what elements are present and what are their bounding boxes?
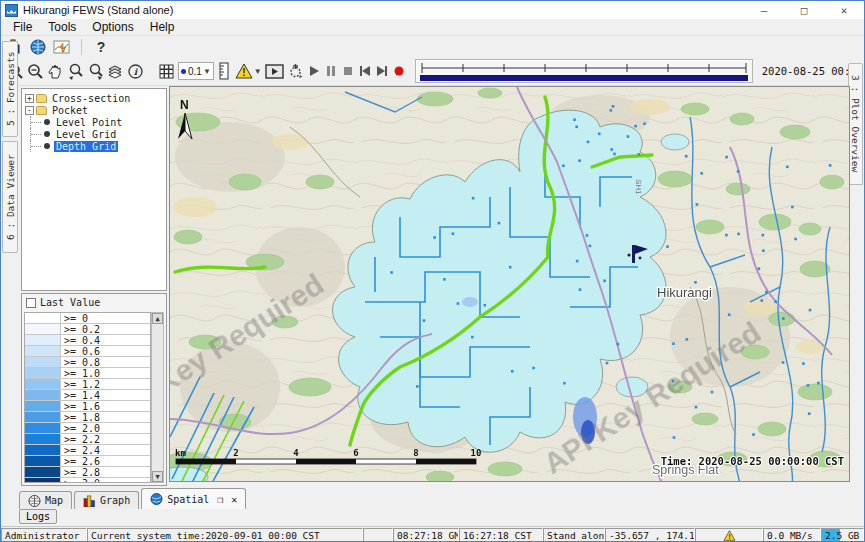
skip-to-start-icon[interactable] (358, 61, 372, 82)
chevron-down-icon: ▼ (203, 67, 211, 76)
legend-color-swatch (25, 324, 61, 334)
thresholds-dropdown[interactable]: ! ▼ (235, 61, 262, 82)
menu-tools[interactable]: Tools (41, 19, 83, 35)
zoom-next-icon[interactable] (87, 61, 104, 82)
tree-item-label[interactable]: Cross-section (50, 93, 132, 104)
legend-color-swatch (25, 401, 61, 411)
scroll-up-icon[interactable]: ▲ (152, 313, 163, 324)
legend-row[interactable]: >= 2.6 (25, 456, 150, 467)
legend-value-label: >= 0.6 (61, 346, 100, 356)
legend-color-swatch (25, 390, 61, 400)
tree-item-label-selected[interactable]: Depth Grid (54, 141, 118, 152)
legend-row[interactable]: >= 1.6 (25, 401, 150, 412)
time-slider[interactable] (415, 59, 753, 83)
legend-value-label: >= 0 (61, 313, 88, 323)
map-canvas[interactable]: API Key Required API Key Required Hikura… (170, 87, 850, 482)
movie-export-icon[interactable] (265, 61, 284, 82)
layers-icon[interactable] (107, 61, 124, 82)
legend-row[interactable]: >= 1.0 (25, 368, 150, 379)
legend-row[interactable]: >= 0.4 (25, 335, 150, 346)
svg-text:4: 4 (293, 448, 299, 458)
tab-forecasts[interactable]: 5 : Forecasts (2, 41, 18, 137)
display-tabs: Map Graph Spatial ❐ ✕ (19, 488, 246, 509)
legend-color-swatch (25, 313, 61, 323)
last-value-checkbox[interactable] (26, 298, 36, 308)
svg-text:6: 6 (353, 448, 358, 458)
zoom-out-icon[interactable] (27, 61, 44, 82)
legend-value-label: >= 2.4 (61, 445, 100, 455)
collapse-icon[interactable]: - (25, 106, 34, 115)
memory-text: 2.5 GB (825, 530, 859, 541)
animate-icon[interactable] (287, 61, 304, 82)
pan-icon[interactable] (47, 61, 64, 82)
logs-button[interactable]: Logs (19, 509, 57, 524)
tab-plot-overview-label: 3 : Plot Overview (850, 75, 861, 172)
tree-item-cross-section[interactable]: + Cross-section (25, 92, 166, 104)
legend-row[interactable]: >= 1.2 (25, 379, 150, 390)
legend-color-swatch (25, 445, 61, 455)
menu-help[interactable]: Help (143, 19, 182, 35)
tree-item-pocket[interactable]: - Pocket (25, 104, 166, 116)
tab-graph[interactable]: Graph (74, 491, 139, 509)
close-button[interactable]: ✕ (824, 1, 864, 19)
legend-row[interactable]: >= 0.6 (25, 346, 150, 357)
grid-display-icon[interactable] (158, 61, 175, 82)
legend-row[interactable]: >= 2.2 (25, 434, 150, 445)
legend-scrollbar[interactable]: ▲ ▼ (151, 312, 164, 483)
tab-close-icon[interactable]: ✕ (231, 494, 237, 505)
legend-row[interactable]: >= 2.8 (25, 467, 150, 478)
globe-icon (150, 493, 163, 505)
scale-bar-icon[interactable] (217, 61, 232, 82)
svg-text:10: 10 (471, 448, 482, 458)
tree-item-level-point[interactable]: Level Point (25, 116, 166, 128)
menu-bar: File Tools Options Help (1, 19, 864, 36)
scroll-down-icon[interactable]: ▼ (152, 471, 163, 482)
record-icon[interactable] (392, 61, 406, 82)
tree-item-depth-grid[interactable]: Depth Grid (25, 140, 166, 152)
menu-file[interactable]: File (6, 19, 39, 35)
tree-item-label[interactable]: Level Point (54, 117, 124, 128)
tab-plot-overview[interactable]: 3 : Plot Overview (848, 63, 863, 185)
info-icon[interactable]: i (127, 61, 144, 82)
pause-icon[interactable] (324, 61, 338, 82)
legend-row[interactable]: >= 0.8 (25, 357, 150, 368)
play-icon[interactable] (307, 61, 321, 82)
timeseries-dialog-icon[interactable] (53, 38, 71, 55)
tab-spatial[interactable]: Spatial ❐ ✕ (141, 488, 246, 509)
status-warning[interactable]: ! (695, 528, 763, 542)
folder-icon (36, 94, 47, 103)
svg-text:2: 2 (233, 448, 238, 458)
menu-options[interactable]: Options (85, 19, 140, 35)
legend-value-label: >= 1.2 (61, 379, 100, 389)
svg-text:8: 8 (413, 448, 418, 458)
legend-row[interactable]: >= 2.4 (25, 445, 150, 456)
tab-map[interactable]: Map (19, 491, 72, 509)
tab-data-viewer[interactable]: 6 : Data Viewer (2, 141, 18, 253)
main-toolbar: ? (1, 36, 864, 57)
status-gmt-time: 08:27:18 GMT (393, 528, 459, 542)
spatial-map[interactable]: API Key Required API Key Required Hikura… (169, 86, 850, 482)
tree-item-label[interactable]: Level Grid (54, 129, 118, 140)
legend-row[interactable]: >= 0 (25, 313, 150, 324)
help-icon[interactable]: ? (92, 38, 110, 55)
minimize-button[interactable]: — (744, 1, 784, 19)
legend-value-label: >= 1.8 (61, 412, 100, 422)
tree-item-level-grid[interactable]: Level Grid (25, 128, 166, 140)
legend-row[interactable]: >= 0.2 (25, 324, 150, 335)
expand-icon[interactable]: + (25, 94, 34, 103)
bullet-icon (44, 119, 50, 125)
svg-text:!: ! (727, 533, 731, 541)
maximize-button[interactable]: □ (784, 1, 824, 19)
stop-icon[interactable] (341, 61, 355, 82)
legend-row[interactable]: >= 1.8 (25, 412, 150, 423)
map-display-icon[interactable] (29, 38, 47, 55)
tab-maximize-icon[interactable]: ❐ (217, 494, 223, 505)
skip-to-end-icon[interactable] (375, 61, 389, 82)
legend-row[interactable]: >= 3.0 (25, 478, 150, 483)
zoom-previous-icon[interactable] (67, 61, 84, 82)
contour-interval-dropdown[interactable]: 0.1 ▼ (178, 62, 214, 80)
tab-graph-label: Graph (100, 495, 130, 506)
tree-item-label[interactable]: Pocket (50, 105, 90, 116)
legend-row[interactable]: >= 2.0 (25, 423, 150, 434)
legend-row[interactable]: >= 1.4 (25, 390, 150, 401)
